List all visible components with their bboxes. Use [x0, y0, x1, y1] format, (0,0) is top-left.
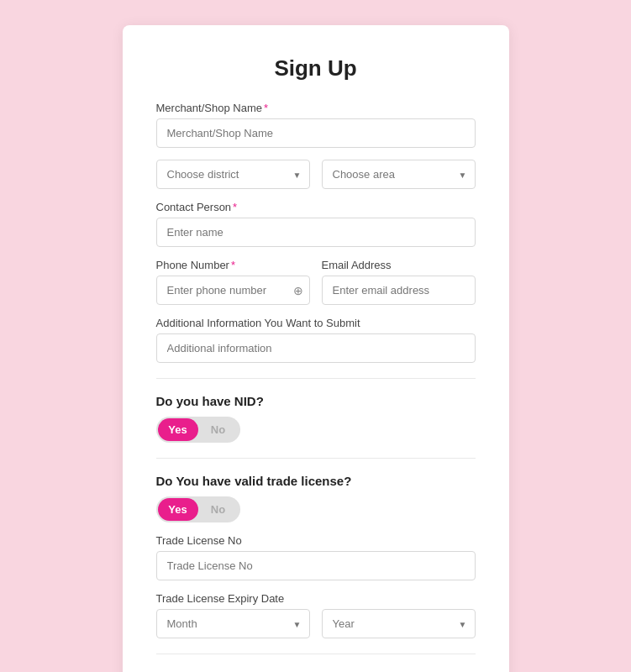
- trade-license-no-field: Trade License No: [156, 534, 476, 580]
- divider-2: [156, 458, 476, 459]
- nid-question: Do you have NID?: [156, 394, 476, 408]
- phone-flag-icon: ⊕: [293, 284, 303, 297]
- signup-form-card: Sign Up Merchant/Shop Name* Choose distr…: [123, 25, 509, 672]
- year-select-wrapper: Year: [322, 609, 476, 638]
- phone-input-wrapper: ⊕: [156, 276, 310, 305]
- expiry-date-row: Month Year: [156, 609, 476, 638]
- page-title: Sign Up: [156, 55, 476, 81]
- contact-person-label: Contact Person*: [156, 201, 476, 213]
- trade-license-section: Do You have valid trade license? Yes No: [156, 474, 476, 522]
- email-field: Email Address: [322, 259, 476, 305]
- area-select[interactable]: Choose area: [322, 160, 476, 189]
- trade-license-no-label: Trade License No: [156, 534, 476, 547]
- nid-no-btn[interactable]: No: [198, 418, 239, 441]
- email-input[interactable]: [322, 276, 476, 305]
- month-select-wrapper: Month: [156, 609, 310, 638]
- trade-license-expiry-label: Trade License Expiry Date: [156, 592, 476, 605]
- contact-person-input[interactable]: [156, 218, 476, 247]
- phone-email-row: Phone Number* ⊕ Email Address: [156, 259, 476, 317]
- nid-toggle[interactable]: Yes No: [156, 417, 240, 443]
- contact-person-field: Contact Person*: [156, 201, 476, 247]
- divider-3: [156, 654, 476, 654]
- merchant-name-input[interactable]: [156, 118, 476, 148]
- additional-info-field: Additional Information You Want to Submi…: [156, 317, 476, 363]
- district-select[interactable]: Choose district: [156, 160, 310, 189]
- merchant-name-field: Merchant/Shop Name*: [156, 102, 476, 148]
- merchant-name-label: Merchant/Shop Name*: [156, 102, 476, 114]
- email-label: Email Address: [322, 259, 476, 271]
- trade-license-no-input[interactable]: [156, 551, 476, 580]
- trade-license-toggle[interactable]: Yes No: [156, 496, 240, 522]
- district-area-row: Choose district Choose area: [156, 160, 476, 189]
- trade-license-expiry-field: Trade License Expiry Date Month Year: [156, 592, 476, 638]
- trade-license-question: Do You have valid trade license?: [156, 474, 476, 488]
- additional-info-label: Additional Information You Want to Submi…: [156, 317, 476, 329]
- district-select-wrapper: Choose district: [156, 160, 310, 189]
- nid-yes-btn[interactable]: Yes: [158, 418, 198, 441]
- phone-label: Phone Number*: [156, 259, 310, 271]
- divider-1: [156, 378, 476, 379]
- month-select[interactable]: Month: [156, 609, 310, 638]
- trade-no-btn[interactable]: No: [198, 498, 239, 521]
- nid-section: Do you have NID? Yes No: [156, 394, 476, 443]
- phone-field: Phone Number* ⊕: [156, 259, 310, 305]
- additional-info-input[interactable]: [156, 333, 476, 363]
- phone-input[interactable]: [156, 276, 310, 305]
- trade-yes-btn[interactable]: Yes: [158, 498, 198, 521]
- year-select[interactable]: Year: [322, 609, 476, 638]
- area-select-wrapper: Choose area: [322, 160, 476, 189]
